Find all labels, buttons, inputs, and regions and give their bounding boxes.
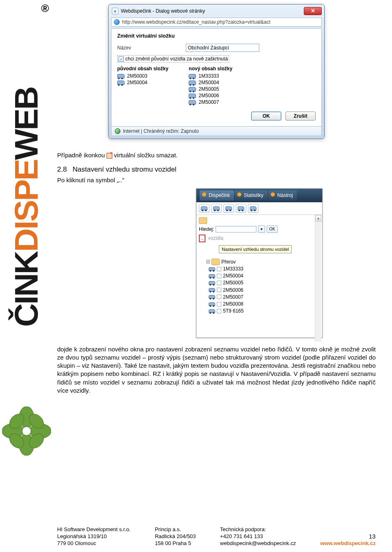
checkbox[interactable] (217, 288, 221, 292)
list-item: 1M33333 (189, 73, 232, 79)
dialog-title: Webdispečink - Dialog webové stránky (121, 8, 304, 14)
ok-button[interactable]: OK (251, 112, 281, 121)
close-button[interactable]: ✕ (304, 7, 322, 15)
tree-item[interactable]: 2M50006 (209, 287, 315, 293)
panel-toolbar (196, 202, 322, 215)
dialog-statusbar: Internet | Chráněný režim: Zapnuto (111, 126, 322, 136)
checkbox[interactable] (217, 274, 221, 278)
replace-checkbox-label: chci změnit původní vozidla za nově zašk… (125, 56, 228, 62)
folder-icon (199, 217, 207, 224)
tree-item[interactable]: 2M50005 (209, 279, 315, 286)
delete-folder-icon (107, 153, 112, 159)
footer-support: Technická podpora: +420 731 641 133 webd… (220, 526, 296, 547)
car-icon (209, 281, 215, 285)
cancel-button[interactable]: Zrušit (285, 112, 316, 121)
list-item: 2M50007 (189, 99, 232, 105)
search-label: Hledej: (199, 226, 214, 232)
tab-dispecink[interactable]: Dispečink (200, 190, 234, 200)
tool-button[interactable] (236, 204, 246, 213)
list-item: 2M50003 (117, 73, 168, 79)
expand-icon[interactable]: + (206, 260, 210, 264)
car-icon (209, 267, 215, 271)
internet-zone-icon (115, 128, 120, 134)
checkbox[interactable] (217, 302, 221, 306)
page-number: 13 (320, 532, 376, 541)
paragraph: Případně ikonkou virtuální složku smazat… (57, 151, 376, 159)
ie-page-icon: e (112, 8, 118, 14)
car-icon (209, 288, 215, 292)
car-icon (209, 302, 215, 306)
panel-tabs: Dispečink Statistiky Nástroj (196, 189, 322, 202)
tab-statistiky[interactable]: Statistiky (235, 190, 267, 200)
car-icon (189, 80, 196, 85)
tree-item[interactable]: 1M33333 (209, 266, 315, 272)
list-item: 2M50004 (117, 80, 168, 85)
name-label: Název (117, 45, 183, 51)
tab-nastroj[interactable]: Nástroj (268, 190, 297, 200)
footer-company: HI Software Development s.r.o. Legionářs… (57, 526, 131, 547)
col1-heading: původní obsah složky (117, 66, 168, 72)
folder-icon (212, 259, 220, 265)
list-item: 2M50004 (189, 80, 232, 85)
name-input[interactable] (186, 44, 259, 52)
car-icon (209, 274, 215, 278)
website-link[interactable]: www.webdispecink.cz (320, 540, 376, 547)
tool-button[interactable] (199, 204, 209, 213)
brand-logo: ® ČINKDISPEWEB (0, 0, 53, 449)
checkbox[interactable] (217, 281, 221, 285)
car-icon (117, 80, 125, 85)
tree-item[interactable]: 5T9 6165 (209, 308, 315, 314)
checkbox[interactable] (217, 309, 221, 313)
car-icon (189, 94, 196, 98)
car-icon (117, 74, 125, 78)
registered-mark: ® (41, 2, 49, 15)
dialog-titlebar: e Webdispečink - Dialog webové stránky ✕ (109, 4, 324, 17)
car-icon (189, 87, 196, 92)
app-panel: Dispečink Statistiky Nástroj Hledej: ▾ O… (196, 188, 323, 337)
tree-item[interactable]: 2M50007 (209, 294, 315, 300)
tree-folder[interactable]: + Přerov (206, 259, 315, 265)
dialog-url-bar: http://www.webdispecink.cz/editace_nasta… (111, 18, 322, 27)
checkbox[interactable] (217, 267, 221, 271)
search-ok-button[interactable]: OK (267, 226, 277, 233)
dialog-url: http://www.webdispecink.cz/editace_nasta… (122, 19, 270, 25)
dialog-window: e Webdispečink - Dialog webové stránky ✕… (108, 4, 325, 139)
checkbox[interactable] (217, 295, 221, 299)
logo-text: ČINKDISPEWEB (10, 87, 43, 327)
tree-settings-symbol[interactable]: .. (199, 235, 205, 242)
search-dropdown[interactable]: ▾ (258, 226, 265, 233)
replace-checkbox[interactable]: ✓ (118, 56, 124, 62)
col2-heading: nový obsah složky (189, 66, 232, 72)
car-icon (209, 295, 215, 299)
tool-button[interactable] (211, 204, 222, 213)
page-footer: HI Software Development s.r.o. Legionářs… (0, 526, 392, 547)
tool-button[interactable] (248, 204, 258, 213)
dialog-heading: Změnit virtuální složku (117, 33, 316, 39)
car-icon (209, 309, 215, 313)
replace-checkbox-wrap[interactable]: ✓ chci změnit původní vozidla za nově za… (117, 55, 229, 63)
search-input[interactable] (216, 226, 256, 232)
scrollbar[interactable] (315, 215, 321, 342)
logo-flower-icon (2, 407, 51, 456)
status-text: Internet | Chráněný režim: Zapnuto (123, 128, 199, 134)
tree-item[interactable]: 2M50008 (209, 301, 315, 307)
tooltip: Nastavení vzhledu stromu vozidel (219, 245, 292, 254)
svg-point-8 (22, 427, 31, 436)
footer-partner: Princip a.s. Radlická 204/503 158 00 Pra… (155, 526, 196, 547)
section-heading: 2.8 Nastavení vzhledu stromu vozidel (57, 165, 376, 174)
ie-icon (114, 19, 120, 25)
car-icon (189, 74, 196, 78)
paragraph: Po kliknutí na symbol „.." (57, 176, 376, 184)
tree-item[interactable]: 2M50004 (209, 273, 315, 279)
tool-button[interactable] (223, 204, 234, 213)
car-icon (189, 100, 196, 105)
list-item: 2M50005 (189, 86, 232, 92)
list-item: 2M50006 (189, 93, 232, 98)
paragraph: dojde k zobrazení nového okna pro nastav… (57, 345, 376, 395)
vozidla-label: vozidla (208, 235, 223, 241)
